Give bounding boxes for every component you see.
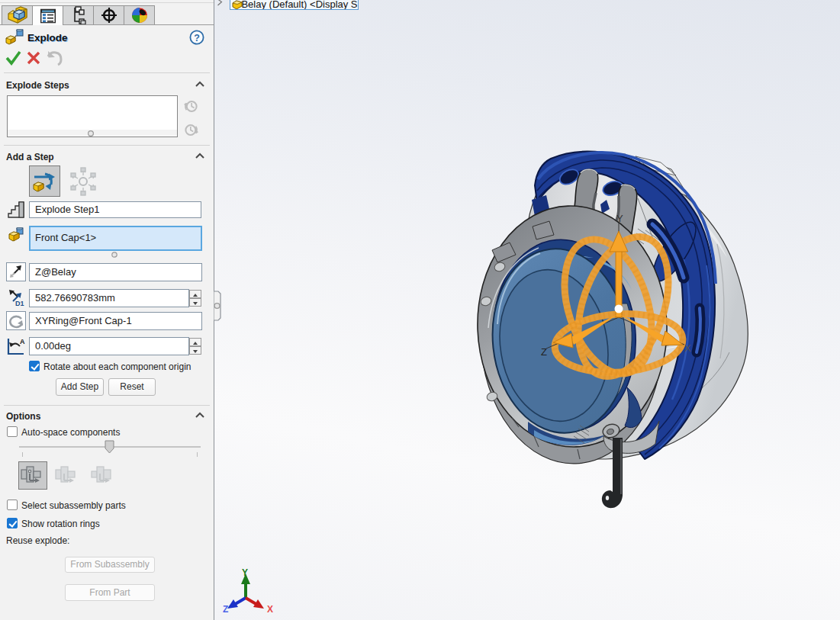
svg-text:D1: D1 — [15, 300, 24, 307]
svg-text:X: X — [267, 604, 273, 615]
svg-text:?: ? — [194, 33, 200, 43]
svg-text:Y: Y — [616, 213, 623, 224]
svg-text:Z: Z — [223, 604, 228, 615]
svg-text:A: A — [20, 338, 25, 345]
svg-text:X: X — [684, 342, 691, 354]
svg-text:Y: Y — [242, 567, 248, 578]
svg-text:Z: Z — [541, 346, 547, 358]
